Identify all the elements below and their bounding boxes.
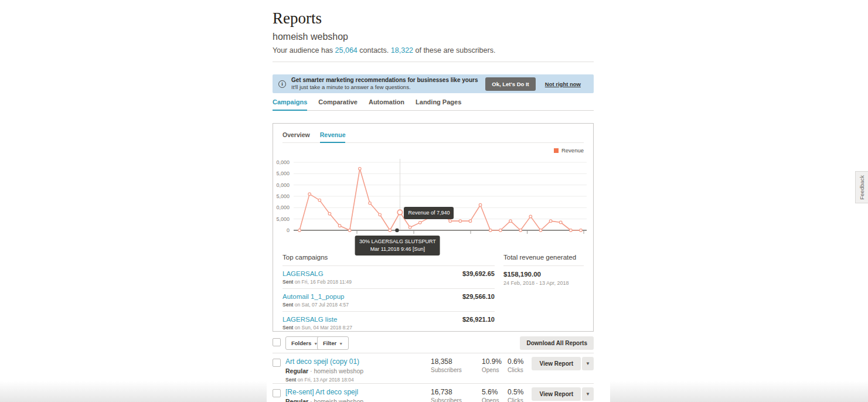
top-campaign-sent: Sent on Sun, 04 Mar 2018 8:27 — [282, 325, 352, 331]
header-divider — [273, 62, 594, 62]
tab-campaigns[interactable]: Campaigns — [273, 98, 307, 111]
total-revenue-heading: Total revenue generated — [503, 254, 584, 266]
card-tab-overview[interactable]: Overview — [282, 131, 310, 142]
campaign-type: Regular · homeish webshop — [285, 398, 363, 402]
top-campaign-link[interactable]: LAGERSALG liste — [282, 316, 352, 323]
sent-date: on Fri, 13 Apr 2018 18:04 — [296, 377, 353, 383]
top-campaign-sent: Sent on Sat, 07 Jul 2018 4:57 — [282, 302, 349, 308]
audience-prefix: Your audience has — [273, 46, 335, 54]
legend-label: Revenue — [561, 147, 584, 154]
info-icon: i — [278, 80, 286, 88]
campaign-list: Art deco spejl (copy 01) Regular · homei… — [273, 353, 594, 402]
top-campaigns-panel: Top campaigns LAGERSALG Sent on Fri, 16 … — [282, 254, 503, 334]
subscribers-value: 18,358 — [431, 357, 462, 366]
revenue-report-card: Overview Revenue Revenue 0,0005,0000,000… — [273, 123, 594, 332]
report-options-chevron-button[interactable]: ▼ — [582, 387, 594, 401]
opens-value: 5.6% — [482, 388, 499, 396]
top-campaign-link[interactable]: LAGERSALG — [282, 270, 352, 277]
chart-flag-tooltip: 30% LAGERSALG SLUTSPURT Mar 11,2018 9:46… — [355, 236, 440, 255]
top-campaign-amount: $26,921.10 — [462, 316, 495, 331]
opens-label: Opens — [482, 367, 502, 373]
total-revenue-amount: $158,190.00 — [503, 271, 584, 278]
sent-date: on Sun, 04 Mar 2018 8:27 — [293, 325, 352, 331]
clicks-stat: 0.6% Clicks — [508, 357, 523, 373]
filter-dropdown-button[interactable]: Filter▼ — [317, 336, 349, 350]
caret-down-icon: ▼ — [339, 342, 343, 346]
list-toolbar: Folders▼ Filter▼ Download All Reports — [273, 336, 594, 349]
sent-word: Sent — [282, 279, 293, 285]
svg-text:0,000: 0,000 — [276, 159, 290, 165]
sent-date: on Sat, 07 Jul 2018 4:57 — [293, 302, 349, 308]
type-audience: · homeish webshop — [308, 367, 363, 374]
total-revenue-panel: Total revenue generated $158,190.00 24 F… — [503, 254, 584, 334]
subscribers-label: Subscribers — [431, 397, 462, 402]
audience-summary: Your audience has 25,064 contacts. 18,32… — [273, 46, 495, 54]
report-options-chevron-button[interactable]: ▼ — [582, 357, 594, 370]
subscribers-count-link[interactable]: 18,322 — [391, 46, 413, 54]
banner-title: Get smarter marketing recommendations fo… — [291, 77, 485, 84]
view-report-button[interactable]: View Report — [532, 387, 581, 401]
revenue-chart: 0,0005,0000,0005,0000,0005,0000 Revenue … — [273, 158, 594, 251]
svg-text:0,000: 0,000 — [276, 182, 290, 188]
top-campaign-amount: $39,692.65 — [462, 270, 495, 285]
page-title: Reports — [273, 9, 322, 28]
row-actions: View Report ▼ — [532, 387, 594, 401]
top-campaign-item: Automail 1_1_popup Sent on Sat, 07 Jul 2… — [282, 289, 495, 312]
revenue-line-chart-svg[interactable]: 0,0005,0000,0005,0000,0005,0000 — [279, 158, 590, 236]
svg-text:5,000: 5,000 — [276, 171, 290, 176]
svg-text:0: 0 — [287, 227, 290, 233]
total-revenue-date-range: 24 Feb, 2018 - 13 Apr, 2018 — [503, 280, 584, 286]
tab-automation[interactable]: Automation — [369, 98, 404, 110]
campaign-name-link[interactable]: [Re-sent] Art deco spejl — [285, 388, 363, 396]
audience-name: homeish webshop — [273, 32, 348, 42]
folders-label: Folders — [291, 340, 311, 346]
sent-word: Sent — [282, 302, 293, 308]
tab-comparative[interactable]: Comparative — [318, 98, 358, 110]
campaign-row: [Re-sent] Art deco spejl Regular · homei… — [273, 383, 594, 402]
select-all-checkbox[interactable] — [273, 338, 281, 346]
top-campaign-item: LAGERSALG liste Sent on Sun, 04 Mar 2018… — [282, 312, 495, 334]
subscribers-stat: 16,738 Subscribers — [431, 388, 462, 402]
banner-accept-button[interactable]: Ok, Let's Do It — [485, 77, 536, 91]
view-report-button[interactable]: View Report — [532, 357, 581, 370]
sent-word: Sent — [285, 377, 296, 383]
feedback-tab[interactable]: Feedback — [855, 171, 868, 203]
opens-value: 10.9% — [482, 357, 502, 366]
type-word: Regular — [285, 398, 308, 402]
top-campaigns-heading: Top campaigns — [282, 254, 495, 266]
svg-text:0,000: 0,000 — [276, 205, 290, 210]
svg-text:5,000: 5,000 — [276, 193, 290, 199]
reports-page: Reports homeish webshop Your audience ha… — [273, 0, 594, 402]
filter-label: Filter — [323, 340, 336, 346]
legend-swatch-icon — [554, 148, 559, 153]
top-campaign-link[interactable]: Automail 1_1_popup — [282, 293, 349, 300]
campaign-info: [Re-sent] Art deco spejl Regular · homei… — [285, 388, 363, 402]
card-tab-revenue[interactable]: Revenue — [320, 131, 346, 143]
subscribers-value: 16,738 — [431, 388, 462, 396]
campaign-sent-date: Sent on Fri, 13 Apr 2018 18:04 — [285, 377, 363, 383]
tooltip-revenue-text: Revenue of 7,940 — [408, 210, 450, 216]
chart-point-tooltip: Revenue of 7,940 — [404, 207, 454, 219]
row-checkbox[interactable] — [273, 359, 281, 367]
download-all-reports-button[interactable]: Download All Reports — [520, 336, 594, 350]
type-word: Regular — [285, 367, 308, 374]
contacts-count-link[interactable]: 25,064 — [335, 46, 358, 54]
clicks-label: Clicks — [508, 397, 523, 402]
clicks-stat: 0.5% Clicks — [508, 388, 523, 402]
campaign-name-link[interactable]: Art deco spejl (copy 01) — [285, 357, 363, 366]
subscribers-stat: 18,358 Subscribers — [431, 357, 462, 373]
campaign-row: Art deco spejl (copy 01) Regular · homei… — [273, 353, 594, 383]
tab-landing-pages[interactable]: Landing Pages — [416, 98, 461, 110]
row-actions: View Report ▼ — [532, 357, 594, 370]
bottom-fade-left — [0, 381, 267, 402]
top-campaign-amount: $29,566.10 — [462, 293, 495, 308]
top-campaign-item: LAGERSALG Sent on Fri, 16 Feb 2018 11:49… — [282, 266, 495, 289]
row-checkbox[interactable] — [273, 389, 281, 397]
type-audience: · homeish webshop — [308, 398, 363, 402]
banner-dismiss-link[interactable]: Not right now — [545, 81, 581, 87]
audience-mid: contacts. — [358, 46, 391, 54]
top-campaign-sent: Sent on Fri, 16 Feb 2018 11:49 — [282, 279, 352, 285]
clicks-label: Clicks — [508, 367, 523, 373]
opens-stat: 10.9% Opens — [482, 357, 502, 373]
chart-legend: Revenue — [554, 147, 584, 154]
